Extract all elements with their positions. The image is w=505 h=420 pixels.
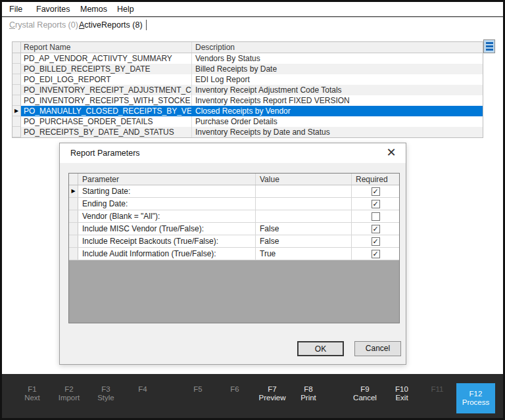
fkey-f3[interactable]: F3Style [85,385,127,402]
table-row[interactable]: PO_BILLED_RECEIPTS_BY_DATE Billed Receip… [12,64,483,74]
report-name-cell: PO_BILLED_RECEIPTS_BY_DATE [21,64,192,74]
required-cell: ✓ [352,235,399,247]
col-report-name[interactable]: Report Name [21,42,192,53]
fkey-f6[interactable]: F6 [214,385,256,394]
description-cell: Closed Receipts by Vendor [192,106,483,116]
parameter-cell: Starting Date: [78,185,256,197]
menu-bar: File Favorites Memos Help [2,2,503,17]
col-required: Required [352,174,399,185]
tab-crystal-reports[interactable]: Crystal Reports (0) [9,20,78,30]
hamburger-icon [484,42,494,51]
param-row-selector [69,210,78,222]
report-name-cell: PD_AP_VENDOR_ACTIIVTY_SUMMARY [21,53,192,64]
fkey-f5[interactable]: F5 [177,385,219,394]
param-row-selector [69,198,78,210]
required-cell: ✓ [352,248,399,260]
required-cell: ✓ [352,185,399,197]
value-cell[interactable]: False [256,223,352,235]
parameter-cell: Include Audit Information (True/False): [78,248,256,260]
row-selector-cell [12,53,21,64]
dialog-title: Report Parameters [70,149,140,158]
col-description[interactable]: Description [192,42,483,53]
tab-crystal-accel: C [9,20,15,30]
description-cell: Vendors By Status [192,53,483,64]
reports-table-header: Report Name Description [12,42,483,53]
app-window: File Favorites Memos Help Crystal Report… [0,0,505,420]
tab-strip: Crystal Reports (0) ActiveReports (8) [2,18,503,32]
value-cell[interactable]: False [256,235,352,247]
tab-active-label: ctiveReports (8) [84,20,142,30]
row-selector-cell [12,64,21,74]
report-name-cell: PO_EDI_LOG_REPORT [21,74,192,85]
value-cell[interactable] [256,210,352,222]
parameter-cell: Ending Date: [78,198,256,210]
cancel-button[interactable]: Cancel [354,341,401,356]
value-cell[interactable]: True [256,248,352,260]
col-parameter: Parameter [78,174,256,185]
dialog-title-bar: Report Parameters ✕ [60,143,406,163]
param-row-selector [69,223,78,235]
selected-row-arrow-icon: ▶ [12,106,21,116]
close-icon[interactable]: ✕ [383,145,399,160]
description-cell: Purchase Order Details [192,116,483,127]
required-checkbox[interactable] [372,212,380,221]
grid-menu-button[interactable] [483,39,495,53]
report-name-cell: PO_INVENTORY_RECEIPTS_WITH_STOCKE [21,95,192,106]
table-row[interactable]: PO_INVENTORY_RECEIPTS_WITH_STOCKE Invent… [12,95,483,106]
required-cell: ✓ [352,198,399,210]
reports-table: Report Name Description PD_AP_VENDOR_ACT… [12,41,483,138]
fkey-f9[interactable]: F9Cancel [344,385,386,402]
table-row[interactable]: PD_AP_VENDOR_ACTIIVTY_SUMMARY Vendors By… [12,53,483,64]
required-cell: ✓ [352,223,399,235]
description-cell: Inventory Receipts Report FIXED VERSION [192,95,483,106]
param-row-selector [69,235,78,247]
fkey-f4[interactable]: F4 [122,385,164,394]
menu-item-memos[interactable]: Memos [80,5,107,14]
param-row: ▶ Starting Date: ✓ [69,185,399,198]
row-selector-cell [12,95,21,106]
table-row[interactable]: PO_INVENTORY_RECEIPT_ADJUSTMENT_C Invent… [12,85,483,95]
param-row-arrow-icon: ▶ [69,185,78,197]
required-checkbox[interactable]: ✓ [372,225,380,233]
ok-button[interactable]: OK [297,341,344,356]
row-selector-cell [12,74,21,85]
params-table-header: Parameter Value Required [69,174,399,185]
description-cell: Inventory Receipt Adjustment Code Totals [192,85,483,95]
tab-activereports[interactable]: ActiveReports (8) [79,20,143,30]
report-name-cell: PO_RECEIPTS_BY_DATE_AND_STATUS [21,127,192,137]
fkey-f8[interactable]: F8Print [287,385,329,402]
row-selector-cell [12,85,21,95]
menu-item-favorites[interactable]: Favorites [36,5,70,14]
fkey-f2[interactable]: F2Import [48,385,90,402]
report-name-cell: PO_PURCHASE_ORDER_DETAILS [21,116,192,127]
description-cell: Inventory Receipts by Date and Status [192,127,483,137]
row-selector-cell [12,127,21,137]
menu-item-help[interactable]: Help [117,5,134,14]
menu-item-file[interactable]: File [9,5,22,14]
table-row[interactable]: PO_RECEIPTS_BY_DATE_AND_STATUS Inventory… [12,127,483,137]
required-checkbox[interactable]: ✓ [372,187,380,196]
fkey-f11[interactable]: F11 [416,385,458,394]
parameter-cell: Include MISC Vendor (True/False): [78,223,256,235]
params-table: Parameter Value Required ▶ Starting Date… [68,173,400,323]
fkey-f12-process-button[interactable]: F12Process [456,383,495,413]
report-name-cell: PO_MANUALLY_CLOSED_RECEIPTS_BY_VE [21,106,192,116]
param-selector-header [69,174,78,185]
required-checkbox[interactable]: ✓ [372,250,380,258]
value-cell[interactable] [256,185,352,197]
table-row[interactable]: PO_PURCHASE_ORDER_DETAILS Purchase Order… [12,116,483,127]
description-cell: Billed Receipts by Date [192,64,483,74]
fkey-f1[interactable]: F1Next [11,385,53,402]
required-checkbox[interactable]: ✓ [372,237,380,246]
description-cell: EDI Log Report [192,74,483,85]
required-checkbox[interactable]: ✓ [372,200,380,208]
param-row: Include MISC Vendor (True/False): False … [69,223,399,235]
table-row-selected[interactable]: ▶ PO_MANUALLY_CLOSED_RECEIPTS_BY_VE Clos… [12,106,483,116]
param-row: Include Audit Information (True/False): … [69,248,399,260]
table-row[interactable]: PO_EDI_LOG_REPORT EDI Log Report [12,74,483,85]
parameter-cell: Vendor (Blank = "All"): [78,210,256,222]
tab-crystal-label: rystal Reports (0) [15,20,78,30]
report-name-cell: PO_INVENTORY_RECEIPT_ADJUSTMENT_C [21,85,192,95]
value-cell[interactable] [256,198,352,210]
row-selector-header [12,42,21,53]
